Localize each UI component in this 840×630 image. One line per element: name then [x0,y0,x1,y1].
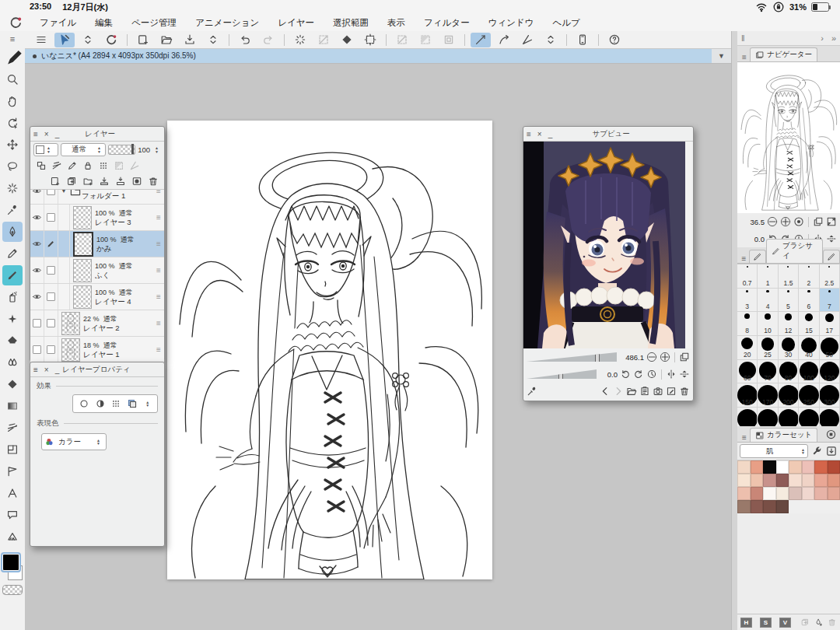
brush-size-1.5[interactable]: 1.5 [779,264,799,289]
auto-select-tool[interactable] [2,178,23,198]
panel-drag-handle[interactable]: ‖ [737,33,749,43]
layer-property-header[interactable]: ≡ × _ レイヤープロパティ [30,362,164,377]
menu-5[interactable]: 選択範囲 [324,17,378,29]
color-history-icon[interactable] [825,429,837,440]
layer-visibility-checkbox[interactable] [33,345,41,354]
layer-opacity-slider[interactable] [108,145,135,155]
eyedropper-tool[interactable] [2,200,23,220]
enable-mask-icon[interactable] [114,160,124,171]
zoom-in-icon[interactable] [660,352,670,362]
new-color-drop-icon[interactable] [814,617,824,628]
brush-size-250[interactable]: 250 [799,383,819,408]
layer-drag-handle[interactable]: ≡ [153,189,164,195]
tool-switcher-button[interactable] [78,33,98,47]
brush-size-10[interactable]: 10 [758,312,778,336]
fit-to-window-icon[interactable] [813,216,824,227]
color-swatch[interactable] [802,474,815,487]
color-swatch[interactable] [828,487,840,500]
brush-size-300[interactable]: 300 [820,383,840,408]
ruler-range-icon[interactable] [129,160,140,171]
delete-color-icon[interactable] [828,617,837,628]
layer-thumbnail[interactable] [73,232,93,257]
layer-mask-icon[interactable] [131,176,142,187]
lock-transparent-pixels-icon[interactable] [98,160,109,171]
add-color-icon[interactable] [800,617,810,628]
tab-brush-size[interactable]: ブラシサイ [766,239,823,263]
menu-7[interactable]: フィルター [415,17,479,29]
brush-size-7[interactable]: 7 [820,289,840,313]
reset-rotation-icon[interactable] [646,369,657,380]
flip-vertical-icon[interactable] [826,233,837,244]
tab-brush-1[interactable] [749,250,766,263]
clear-image-icon[interactable] [679,386,690,397]
color-swatch[interactable] [828,474,840,487]
layer-checkbox[interactable] [47,213,55,222]
layer-checkbox[interactable] [47,345,55,354]
rotate-canvas-tool[interactable] [2,113,23,133]
import-color-set-icon[interactable] [825,445,838,457]
lock-layer-icon[interactable] [82,160,93,171]
brush-size-large[interactable] [820,408,840,426]
layer-drag-handle[interactable]: ≡ [153,292,164,301]
document-tab[interactable]: いなニス* (A4 2894 x 4093px 350dpi 36.5%) [25,49,712,63]
brush-size-100[interactable]: 100 [799,360,819,384]
panel-menu-icon[interactable]: ≡ [523,130,534,138]
tab-color-set[interactable]: カラーセット [750,428,817,442]
frame-border-tool[interactable] [2,439,23,460]
layer-visible-icon[interactable] [32,239,42,249]
color-swatch[interactable] [789,487,802,500]
color-swatch[interactable] [763,460,776,474]
lasso-tool[interactable] [2,156,23,177]
fill-selection-button[interactable] [337,33,357,47]
delete-layer-icon[interactable] [148,176,159,187]
expression-color-dropdown[interactable]: カラー ▲▼ [41,433,107,450]
layer-row[interactable]: 100 % 通常 レイヤー 4 ≡ [30,284,164,310]
clip-studio-logo-icon[interactable] [9,16,23,30]
brush-size-80[interactable]: 80 [779,360,799,384]
brush-size-3[interactable]: 3 [737,289,758,313]
color-swatch[interactable] [814,474,828,487]
border-effect-icon[interactable] [79,398,89,409]
merge-to-lower-icon[interactable] [115,176,126,187]
brush-size-70[interactable]: 70 [758,360,778,384]
menu-9[interactable]: ヘルプ [544,17,590,29]
edit-image-icon[interactable] [666,386,677,397]
layer-visible-icon[interactable] [32,292,42,302]
blend-tool[interactable] [2,352,23,373]
zoom-in-icon[interactable] [780,216,791,227]
palette-color-selector[interactable]: ▲▼ [33,143,58,156]
layer-row[interactable]: 18 % 通常 レイヤー 1 ≡ [30,337,164,362]
color-set-dropdown[interactable]: 肌 ▲▼ [740,444,808,458]
zoom-out-icon[interactable] [646,352,657,362]
collapse-panel-icon[interactable]: › [817,33,828,43]
pen-tool[interactable] [2,222,23,242]
pencil-tool[interactable] [2,243,23,264]
layer-thumbnail[interactable] [73,206,92,229]
snap-to-ruler-button[interactable] [471,33,491,47]
color-swatch[interactable] [737,460,751,474]
select-border-button[interactable] [439,33,459,47]
color-swatch[interactable] [763,487,776,500]
undo-button[interactable] [235,33,255,47]
new-raster-layer-icon[interactable] [50,176,61,187]
layer-row[interactable]: ▼ 100 % 通常 フォルダー 1 ≡ [30,189,164,205]
correct-line-tool[interactable] [2,527,23,547]
clip-studio-button[interactable] [101,33,121,47]
snap-switcher-button[interactable] [541,33,561,47]
new-canvas-button[interactable] [133,33,153,47]
fit-to-window-icon[interactable] [679,352,690,362]
blend-mode-dropdown[interactable]: 通常 ▲▼ [61,143,106,156]
color-mixer-V[interactable]: V [779,618,791,628]
new-layer-preset-icon[interactable] [66,176,77,187]
subview-rotation-slider[interactable] [527,369,597,379]
layer-visibility-checkbox[interactable] [33,319,41,327]
hand-tool[interactable] [2,91,23,111]
brush-size-6[interactable]: 6 [799,289,819,313]
flip-vertical-icon[interactable] [679,369,690,380]
foreground-color-swatch[interactable] [2,554,19,571]
tab-navigator[interactable]: ナビゲーター [750,47,817,61]
open-file-button[interactable] [156,33,177,47]
layer-row[interactable]: 22 % 通常 レイヤー 2 ≡ [30,310,164,337]
brush-size-2[interactable]: 2 [799,264,819,289]
color-mixer-S[interactable]: S [760,618,772,628]
